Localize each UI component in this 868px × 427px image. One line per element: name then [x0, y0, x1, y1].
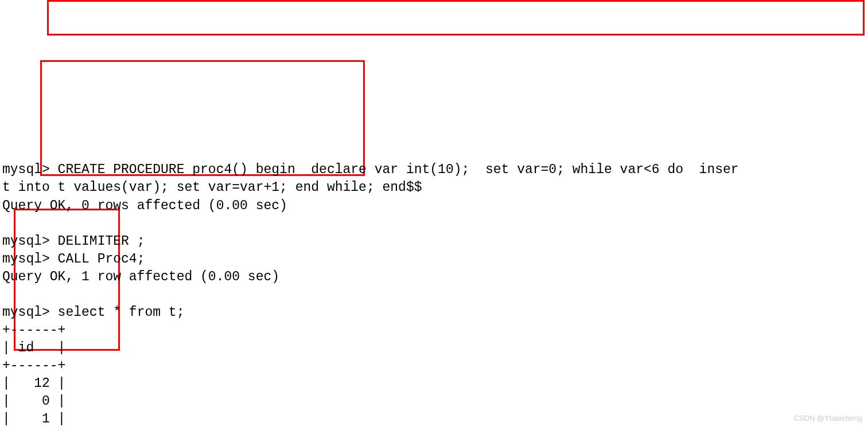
terminal-line: mysql> CREATE PROCEDURE proc4() begin de…: [2, 162, 739, 177]
terminal-line: +------+: [2, 323, 65, 338]
terminal-output: mysql> CREATE PROCEDURE proc4() begin de…: [2, 143, 866, 427]
terminal-line: | 12 |: [2, 376, 65, 391]
watermark-text: CSDN @Ybaocheng: [794, 413, 862, 424]
terminal-line: mysql> DELIMITER ;: [2, 234, 145, 249]
terminal-line: | 0 |: [2, 394, 65, 409]
terminal-line: Query OK, 0 rows affected (0.00 sec): [2, 198, 287, 213]
terminal-line: | 1 |: [2, 412, 65, 426]
terminal-line: Query OK, 1 row affected (0.00 sec): [2, 269, 279, 284]
highlight-box-create-procedure: [47, 0, 865, 36]
terminal-line: t into t values(var); set var=var+1; end…: [2, 180, 422, 195]
terminal-line: mysql> CALL Proc4;: [2, 252, 145, 267]
terminal-line: mysql> select * from t;: [2, 305, 184, 320]
terminal-line: | id |: [2, 340, 65, 355]
terminal-line: +------+: [2, 358, 65, 373]
